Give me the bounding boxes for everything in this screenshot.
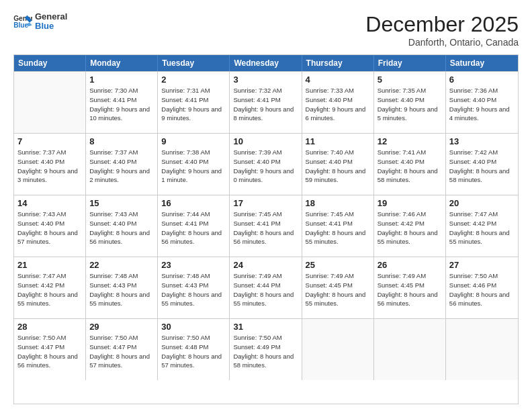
- day-number: 13: [449, 136, 515, 146]
- day-number: 3: [233, 75, 298, 85]
- calendar-cell: 21Sunrise: 7:47 AMSunset: 4:42 PMDayligh…: [14, 257, 86, 318]
- calendar-cell: [374, 319, 446, 380]
- day-number: 4: [306, 75, 370, 85]
- day-info: Sunrise: 7:40 AMSunset: 4:40 PMDaylight:…: [306, 148, 370, 185]
- calendar-cell: 6Sunrise: 7:36 AMSunset: 4:40 PMDaylight…: [446, 72, 518, 133]
- day-info: Sunrise: 7:39 AMSunset: 4:40 PMDaylight:…: [233, 148, 298, 185]
- day-info: Sunrise: 7:43 AMSunset: 4:40 PMDaylight:…: [17, 210, 82, 246]
- day-info: Sunrise: 7:45 AMSunset: 4:41 PMDaylight:…: [233, 210, 298, 246]
- weekday-header: Sunday: [14, 55, 86, 71]
- day-info: Sunrise: 7:49 AMSunset: 4:45 PMDaylight:…: [378, 271, 442, 308]
- day-info: Sunrise: 7:49 AMSunset: 4:45 PMDaylight:…: [306, 271, 370, 308]
- day-number: 17: [233, 198, 298, 208]
- weekday-header: Saturday: [446, 55, 518, 71]
- location: Danforth, Ontario, Canada: [365, 37, 519, 48]
- calendar-cell: 26Sunrise: 7:49 AMSunset: 4:45 PMDayligh…: [374, 257, 446, 318]
- calendar-cell: 12Sunrise: 7:41 AMSunset: 4:40 PMDayligh…: [374, 134, 446, 195]
- day-info: Sunrise: 7:46 AMSunset: 4:42 PMDaylight:…: [378, 210, 442, 246]
- calendar: SundayMondayTuesdayWednesdayThursdayFrid…: [13, 54, 519, 404]
- calendar-week: 14Sunrise: 7:43 AMSunset: 4:40 PMDayligh…: [14, 195, 518, 257]
- day-number: 30: [161, 322, 226, 332]
- day-info: Sunrise: 7:42 AMSunset: 4:40 PMDaylight:…: [449, 148, 515, 185]
- day-info: Sunrise: 7:47 AMSunset: 4:42 PMDaylight:…: [17, 271, 82, 308]
- logo-icon: General Blue: [13, 14, 32, 29]
- calendar-week: 28Sunrise: 7:50 AMSunset: 4:47 PMDayligh…: [14, 318, 518, 380]
- day-info: Sunrise: 7:38 AMSunset: 4:40 PMDaylight:…: [161, 148, 226, 185]
- day-number: 1: [89, 75, 154, 85]
- calendar-cell: 29Sunrise: 7:50 AMSunset: 4:47 PMDayligh…: [86, 319, 158, 380]
- calendar-cell: 10Sunrise: 7:39 AMSunset: 4:40 PMDayligh…: [230, 134, 302, 195]
- month-title: December 2025: [365, 12, 519, 37]
- day-info: Sunrise: 7:30 AMSunset: 4:41 PMDaylight:…: [89, 86, 154, 123]
- day-number: 27: [449, 260, 515, 270]
- calendar-cell: 11Sunrise: 7:40 AMSunset: 4:40 PMDayligh…: [302, 134, 374, 195]
- logo-blue: Blue: [35, 21, 67, 31]
- weekday-header: Wednesday: [230, 55, 302, 71]
- day-info: Sunrise: 7:41 AMSunset: 4:40 PMDaylight:…: [378, 148, 442, 185]
- calendar-cell: 4Sunrise: 7:33 AMSunset: 4:40 PMDaylight…: [302, 72, 374, 133]
- day-info: Sunrise: 7:50 AMSunset: 4:48 PMDaylight:…: [161, 333, 226, 370]
- calendar-cell: 20Sunrise: 7:47 AMSunset: 4:42 PMDayligh…: [446, 195, 518, 257]
- calendar-cell: 1Sunrise: 7:30 AMSunset: 4:41 PMDaylight…: [86, 72, 158, 133]
- calendar-cell: 28Sunrise: 7:50 AMSunset: 4:47 PMDayligh…: [14, 319, 86, 380]
- day-number: 9: [161, 136, 226, 146]
- calendar-cell: 30Sunrise: 7:50 AMSunset: 4:48 PMDayligh…: [158, 319, 230, 380]
- calendar-cell: 23Sunrise: 7:48 AMSunset: 4:43 PMDayligh…: [158, 257, 230, 318]
- day-info: Sunrise: 7:47 AMSunset: 4:42 PMDaylight:…: [449, 210, 515, 246]
- title-block: December 2025 Danforth, Ontario, Canada: [365, 12, 519, 48]
- day-number: 26: [378, 260, 442, 270]
- logo-general: General: [35, 12, 67, 21]
- day-info: Sunrise: 7:50 AMSunset: 4:49 PMDaylight:…: [233, 333, 298, 370]
- svg-text:Blue: Blue: [13, 21, 28, 29]
- calendar-header: SundayMondayTuesdayWednesdayThursdayFrid…: [14, 55, 518, 71]
- day-number: 14: [17, 198, 82, 208]
- calendar-cell: 8Sunrise: 7:37 AMSunset: 4:40 PMDaylight…: [86, 134, 158, 195]
- calendar-cell: 2Sunrise: 7:31 AMSunset: 4:41 PMDaylight…: [158, 72, 230, 133]
- calendar-cell: 3Sunrise: 7:32 AMSunset: 4:41 PMDaylight…: [230, 72, 302, 133]
- day-info: Sunrise: 7:33 AMSunset: 4:40 PMDaylight:…: [306, 86, 370, 123]
- calendar-week: 21Sunrise: 7:47 AMSunset: 4:42 PMDayligh…: [14, 257, 518, 318]
- calendar-cell: 14Sunrise: 7:43 AMSunset: 4:40 PMDayligh…: [14, 195, 86, 257]
- day-info: Sunrise: 7:32 AMSunset: 4:41 PMDaylight:…: [233, 86, 298, 123]
- day-number: 20: [449, 198, 515, 208]
- day-number: 31: [233, 322, 298, 332]
- calendar-cell: 27Sunrise: 7:50 AMSunset: 4:46 PMDayligh…: [446, 257, 518, 318]
- calendar-cell: 17Sunrise: 7:45 AMSunset: 4:41 PMDayligh…: [230, 195, 302, 257]
- day-number: 19: [378, 198, 442, 208]
- day-number: 25: [306, 260, 370, 270]
- day-number: 2: [161, 75, 226, 85]
- day-number: 16: [161, 198, 226, 208]
- day-info: Sunrise: 7:44 AMSunset: 4:41 PMDaylight:…: [161, 210, 226, 246]
- calendar-cell: 25Sunrise: 7:49 AMSunset: 4:45 PMDayligh…: [302, 257, 374, 318]
- day-number: 23: [161, 260, 226, 270]
- calendar-cell: 19Sunrise: 7:46 AMSunset: 4:42 PMDayligh…: [374, 195, 446, 257]
- day-number: 11: [306, 136, 370, 146]
- header: General Blue General Blue December 2025 …: [13, 12, 519, 48]
- day-number: 28: [17, 322, 82, 332]
- calendar-week: 1Sunrise: 7:30 AMSunset: 4:41 PMDaylight…: [14, 71, 518, 133]
- day-number: 22: [89, 260, 154, 270]
- day-info: Sunrise: 7:36 AMSunset: 4:40 PMDaylight:…: [449, 86, 515, 123]
- weekday-header: Friday: [374, 55, 446, 71]
- calendar-cell: [302, 319, 374, 380]
- page: General Blue General Blue December 2025 …: [0, 0, 532, 411]
- day-number: 5: [378, 75, 442, 85]
- day-info: Sunrise: 7:48 AMSunset: 4:43 PMDaylight:…: [89, 271, 154, 308]
- day-number: 15: [89, 198, 154, 208]
- calendar-cell: 22Sunrise: 7:48 AMSunset: 4:43 PMDayligh…: [86, 257, 158, 318]
- calendar-cell: 16Sunrise: 7:44 AMSunset: 4:41 PMDayligh…: [158, 195, 230, 257]
- day-info: Sunrise: 7:50 AMSunset: 4:46 PMDaylight:…: [449, 271, 515, 308]
- calendar-cell: 7Sunrise: 7:37 AMSunset: 4:40 PMDaylight…: [14, 134, 86, 195]
- day-number: 7: [17, 136, 82, 146]
- calendar-cell: 13Sunrise: 7:42 AMSunset: 4:40 PMDayligh…: [446, 134, 518, 195]
- day-number: 8: [89, 136, 154, 146]
- weekday-header: Monday: [86, 55, 158, 71]
- day-info: Sunrise: 7:49 AMSunset: 4:44 PMDaylight:…: [233, 271, 298, 308]
- calendar-cell: 18Sunrise: 7:45 AMSunset: 4:41 PMDayligh…: [302, 195, 374, 257]
- day-number: 18: [306, 198, 370, 208]
- calendar-cell: [446, 319, 518, 380]
- calendar-body: 1Sunrise: 7:30 AMSunset: 4:41 PMDaylight…: [14, 71, 518, 380]
- day-info: Sunrise: 7:50 AMSunset: 4:47 PMDaylight:…: [89, 333, 154, 370]
- calendar-week: 7Sunrise: 7:37 AMSunset: 4:40 PMDaylight…: [14, 133, 518, 195]
- day-number: 6: [449, 75, 515, 85]
